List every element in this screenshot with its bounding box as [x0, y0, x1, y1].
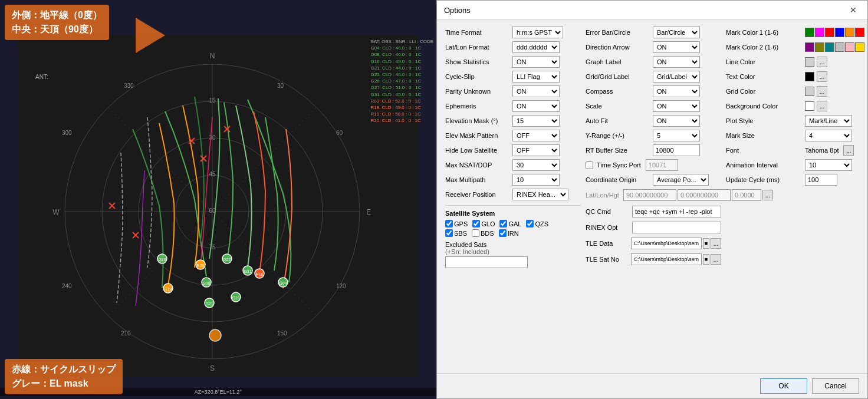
rinex-opt-row: RINEX Opt: [586, 221, 721, 234]
gps-checkbox[interactable]: [445, 220, 453, 227]
annotation-bottom: 赤線：サイクルスリップ グレー：EL mask: [5, 359, 123, 394]
mark-color2-swatch6[interactable]: [855, 42, 864, 52]
anim-interval-select[interactable]: 10: [805, 159, 852, 171]
mark-color2-swatch5[interactable]: [845, 42, 854, 52]
lat-input[interactable]: [623, 189, 676, 201]
rinex-opt-input[interactable]: [632, 222, 721, 233]
error-bar-select[interactable]: Bar/Circle: [653, 27, 700, 38]
graph-label-select[interactable]: ON OFF: [653, 56, 700, 68]
glo-checkbox[interactable]: [472, 220, 480, 227]
bds-checkbox-label[interactable]: BDS: [472, 229, 494, 237]
tle-sat-no-ellipsis[interactable]: ...: [711, 254, 721, 265]
time-sync-checkbox[interactable]: [586, 161, 593, 169]
mark-color1-swatch2[interactable]: [815, 28, 824, 37]
parity-unknown-row: Parity Unknown ON OFF: [445, 85, 581, 98]
irn-checkbox-label[interactable]: IRN: [499, 229, 519, 237]
bg-color-ellipsis[interactable]: ...: [817, 101, 827, 111]
tle-data-row: TLE Data ■ ...: [586, 237, 721, 250]
elevation-mask-select[interactable]: 15: [512, 115, 560, 127]
grid-color-swatch[interactable]: [805, 87, 814, 96]
tle-sat-no-browse-icon[interactable]: ■: [703, 254, 709, 265]
latlon-format-select[interactable]: ddd.ddddd: [512, 41, 560, 53]
lon-input[interactable]: [678, 189, 731, 201]
rt-buffer-input[interactable]: [653, 144, 700, 156]
cycle-slip-row: Cycle-Slip LLI Flag: [445, 70, 581, 83]
sky-plot-area: N S W E 15 30 45 60 75 330 30 60 120 150…: [12, 35, 425, 375]
dialog-body: Time Format h:m:s GPST Lat/Lon Format dd…: [437, 20, 867, 373]
qc-cmd-input[interactable]: [632, 206, 721, 217]
qzs-checkbox[interactable]: [526, 220, 534, 227]
text-color-ellipsis[interactable]: ...: [817, 71, 827, 82]
show-statistics-select[interactable]: ON OFF: [512, 56, 560, 68]
update-cycle-input[interactable]: [805, 174, 837, 186]
parity-unknown-select[interactable]: ON OFF: [512, 85, 560, 97]
mark-color1-swatch3[interactable]: [825, 28, 834, 37]
tle-data-input[interactable]: [631, 238, 702, 249]
line-color-ellipsis[interactable]: ...: [817, 57, 827, 67]
mark-color2-swatch4[interactable]: [835, 42, 844, 52]
ok-button[interactable]: OK: [760, 378, 807, 394]
gps-checkbox-label[interactable]: GPS: [445, 220, 468, 227]
max-nsat-row: Max NSAT/DOP 30: [445, 159, 581, 172]
tle-data-ellipsis[interactable]: ...: [711, 238, 721, 249]
elev-mask-pattern-select[interactable]: OFF ON: [512, 130, 560, 141]
gal-checkbox-label[interactable]: GAL: [499, 220, 521, 227]
bds-checkbox[interactable]: [472, 229, 479, 237]
mark-color1-swatch4[interactable]: [835, 28, 844, 37]
mark-size-select[interactable]: 4: [805, 130, 852, 141]
svg-text:G16: G16: [232, 296, 239, 300]
grid-color-ellipsis[interactable]: ...: [817, 86, 827, 97]
font-ellipsis[interactable]: ...: [843, 145, 854, 156]
error-bar-row: Error Bar/Circle Bar/Circle: [586, 26, 721, 39]
text-color-swatch[interactable]: [805, 72, 814, 81]
ephemeris-select[interactable]: ON OFF: [512, 100, 560, 112]
qzs-checkbox-label[interactable]: QZS: [526, 220, 548, 227]
time-format-select[interactable]: h:m:s GPST: [512, 27, 563, 38]
sbs-checkbox-label[interactable]: SBS: [445, 229, 467, 237]
dialog-close-button[interactable]: ✕: [846, 4, 860, 16]
coord-origin-select[interactable]: Average Po...: [653, 174, 709, 186]
tle-data-browse-icon[interactable]: ■: [703, 238, 709, 249]
excluded-sats-input[interactable]: [445, 256, 528, 268]
tle-sat-no-input[interactable]: [631, 253, 702, 265]
mark-color2-swatch3[interactable]: [825, 42, 834, 52]
receiver-position-select[interactable]: RINEX Hea...: [512, 189, 568, 200]
svg-text:G21: G21: [205, 302, 213, 306]
y-range-select[interactable]: 5: [653, 130, 700, 141]
mark-color1-swatch6[interactable]: [855, 28, 864, 37]
line-color-swatch[interactable]: [805, 57, 814, 67]
irn-checkbox[interactable]: [499, 229, 507, 237]
grid-label-select[interactable]: Grid/Label: [653, 71, 700, 83]
cancel-button[interactable]: Cancel: [812, 378, 859, 394]
anim-interval-row: Animation Interval 10: [726, 159, 867, 172]
svg-text:G31: G31: [244, 269, 251, 273]
bg-color-row: Background Color ...: [726, 100, 867, 113]
direction-arrow-select[interactable]: ON OFF: [653, 41, 700, 53]
time-sync-input[interactable]: [646, 159, 678, 171]
time-sync-label: Time Sync Port: [597, 161, 641, 169]
max-nsat-select[interactable]: 30: [512, 159, 560, 171]
sat-system-checkboxes2: SBS BDS IRN: [445, 229, 581, 237]
svg-text:300: 300: [62, 130, 72, 136]
glo-checkbox-label[interactable]: GLO: [472, 220, 495, 227]
svg-text:N: N: [210, 52, 215, 60]
gal-checkbox[interactable]: [499, 220, 507, 227]
hide-low-satellite-select[interactable]: OFF ON: [512, 144, 560, 156]
sbs-checkbox[interactable]: [445, 229, 453, 237]
auto-fit-select[interactable]: ON OFF: [653, 115, 700, 127]
options-col2: Error Bar/Circle Bar/Circle Direction Ar…: [586, 26, 721, 268]
excluded-sats-section: Excluded Sats (+Sn: Included): [445, 241, 581, 268]
cycle-slip-select[interactable]: LLI Flag: [512, 71, 560, 83]
mark-color1-swatch1[interactable]: [805, 28, 814, 37]
bg-color-swatch[interactable]: [805, 101, 814, 111]
scale-select[interactable]: ON OFF: [653, 100, 700, 112]
mark-color1-swatch5[interactable]: [845, 28, 854, 37]
mark-color2-swatch1[interactable]: [805, 42, 814, 52]
plot-style-select[interactable]: Mark/Line: [805, 115, 852, 127]
svg-rect-0: [18, 35, 419, 377]
rt-buffer-row: RT Buffer Size: [586, 144, 721, 157]
compass-select[interactable]: ON OFF: [653, 85, 700, 97]
max-multipath-select[interactable]: 10: [512, 174, 560, 186]
svg-point-57: [209, 329, 221, 341]
mark-color2-swatch2[interactable]: [815, 42, 824, 52]
